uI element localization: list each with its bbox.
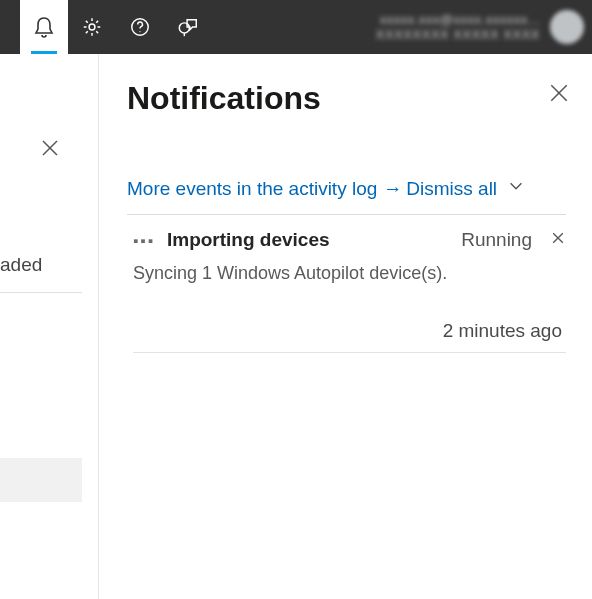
- expand-toggle[interactable]: [507, 177, 525, 200]
- notification-status: Running: [461, 229, 532, 251]
- feedback-icon: [176, 16, 200, 38]
- notifications-button[interactable]: [20, 0, 68, 54]
- divider: [133, 352, 566, 353]
- panel-title: Notifications: [127, 80, 566, 117]
- bell-icon: [34, 16, 54, 38]
- feedback-button[interactable]: [164, 0, 212, 54]
- truncated-label: aded: [0, 254, 42, 276]
- svg-point-3: [179, 23, 189, 33]
- account-text: xxxxx.xxx@xxxx.xxxxxx... XXXXXXXX XXXXX …: [376, 12, 540, 42]
- notifications-panel: Notifications More events in the activit…: [98, 54, 592, 599]
- close-icon: [548, 82, 570, 104]
- help-button[interactable]: [116, 0, 164, 54]
- notification-item: ▪▪▪ Importing devices Running Syncing 1 …: [127, 215, 566, 363]
- blade-close-button[interactable]: [40, 138, 60, 162]
- gear-icon: [81, 16, 103, 38]
- settings-button[interactable]: [68, 0, 116, 54]
- activity-log-link[interactable]: More events in the activity log: [127, 178, 377, 200]
- chevron-down-icon: [507, 177, 525, 195]
- avatar[interactable]: [550, 10, 584, 44]
- panel-actions: More events in the activity log → Dismis…: [127, 177, 566, 200]
- notification-time: 2 minutes ago: [133, 320, 566, 342]
- notification-description: Syncing 1 Windows Autopilot device(s).: [133, 263, 566, 284]
- notification-title: Importing devices: [167, 229, 449, 251]
- panel-close-button[interactable]: [548, 82, 570, 108]
- close-icon: [550, 230, 566, 246]
- left-pane-fragment: aded: [0, 54, 82, 599]
- arrow-icon: →: [383, 178, 402, 200]
- dismiss-notification-button[interactable]: [550, 229, 566, 251]
- ellipsis-icon[interactable]: ▪▪▪: [133, 232, 155, 249]
- svg-point-2: [139, 31, 140, 32]
- close-icon: [40, 138, 60, 158]
- selected-row-fragment: [0, 458, 82, 502]
- account-area[interactable]: xxxxx.xxx@xxxx.xxxxxx... XXXXXXXX XXXXX …: [212, 10, 592, 44]
- divider: [0, 292, 82, 293]
- help-icon: [129, 16, 151, 38]
- top-bar: xxxxx.xxx@xxxx.xxxxxx... XXXXXXXX XXXXX …: [0, 0, 592, 54]
- svg-point-0: [89, 24, 95, 30]
- dismiss-all-link[interactable]: Dismiss all: [406, 178, 497, 200]
